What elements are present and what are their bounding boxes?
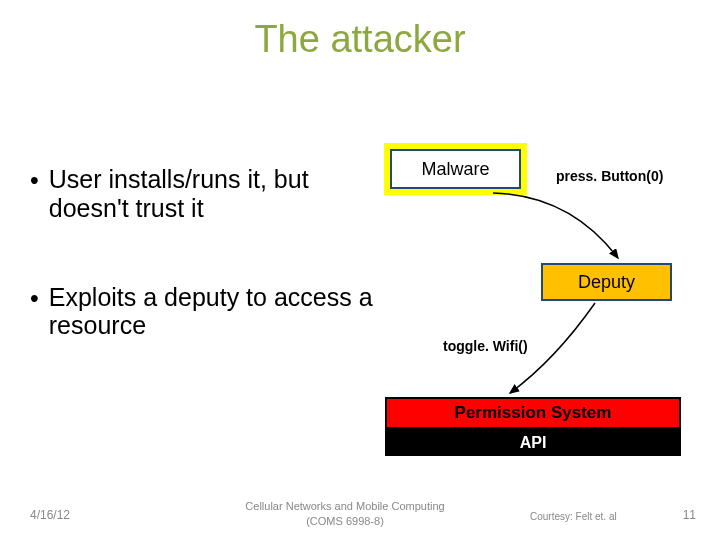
bullet-text: User installs/runs it, but doesn't trust… [49,165,380,223]
malware-box: Malware [390,149,521,189]
footer-credit: Courtesy: Felt et. al [530,511,617,522]
footer-credit-name: Felt et. al [576,511,617,522]
press-button-label: press. Button(0) [556,168,663,184]
slide-title: The attacker [0,0,720,61]
bullet-item: • User installs/runs it, but doesn't tru… [30,165,380,223]
footer-credit-prefix: Courtesy: [530,511,573,522]
api-box: API [385,429,681,456]
permission-system-box: Permission System [385,397,681,429]
deputy-box: Deputy [541,263,672,301]
footer-page-number: 11 [683,508,696,522]
bullet-marker: • [30,165,39,223]
footer-course-line1: Cellular Networks and Mobile Computing [245,500,444,512]
bullet-text: Exploits a deputy to access a resource [49,283,380,341]
footer-course-line2: (COMS 6998-8) [306,515,384,527]
arrow-deputy-to-permission [500,300,620,400]
arrow-malware-to-deputy [490,190,640,270]
bullet-list: • User installs/runs it, but doesn't tru… [30,165,380,400]
bullet-marker: • [30,283,39,341]
footer-course: Cellular Networks and Mobile Computing (… [230,499,460,528]
footer-date: 4/16/12 [30,508,70,522]
bullet-item: • Exploits a deputy to access a resource [30,283,380,341]
